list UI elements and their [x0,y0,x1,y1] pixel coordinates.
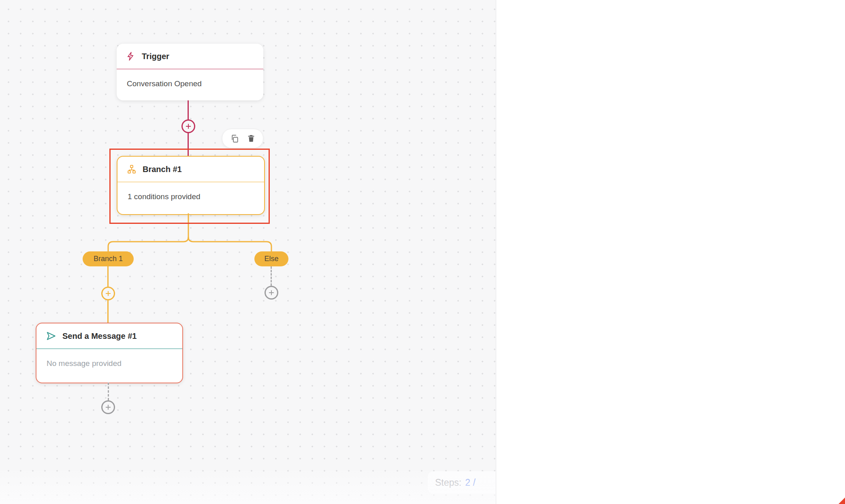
trigger-node[interactable]: Trigger Conversation Opened [117,44,263,100]
else-label-pill: Else [254,251,288,266]
send-message-node-title: Send a Message #1 [62,332,137,341]
corner-cursor-mark [839,498,845,504]
plus-icon [105,404,112,411]
copy-node-icon[interactable] [230,134,239,143]
add-step-branch1-button[interactable] [101,287,115,300]
connector-branch1-to-message [107,300,109,323]
workflow-canvas[interactable]: Trigger Conversation Opened Branch #1 [0,0,496,504]
steps-value: 2 / [465,477,476,488]
branch-node-header: Branch #1 [117,157,264,182]
node-toolbar [222,129,263,148]
step-config-panel: Branch #1 Learn the best practices of th… [496,0,845,504]
delete-node-icon[interactable] [247,134,256,143]
steps-counter: Steps: 2 / [428,471,496,494]
plus-icon [185,123,192,130]
workflow-builder-screen: Trigger Conversation Opened Branch #1 [0,0,845,504]
send-message-node-body: No message provided [36,349,182,378]
plus-icon [268,289,275,296]
connector-else-leg [271,266,272,286]
trigger-node-body: Conversation Opened [117,69,263,98]
branch1-label-pill: Branch 1 [83,251,134,266]
send-message-node[interactable]: Send a Message #1 No message provided [36,323,183,383]
branch-node-title: Branch #1 [143,165,182,174]
branch-hierarchy-icon [127,164,137,174]
add-step-trigger-button[interactable] [181,119,195,133]
add-step-else-button[interactable] [265,286,278,300]
lightning-icon [126,51,136,61]
send-icon [46,331,56,341]
trigger-node-header: Trigger [117,44,263,69]
add-step-after-message-button[interactable] [101,400,115,414]
connector-message-leg [108,383,109,400]
branch-node-body: 1 conditions provided [117,182,264,211]
send-message-node-header: Send a Message #1 [36,323,182,349]
connector-branch1-leg [107,266,109,287]
steps-label: Steps: [435,477,461,488]
connector-branch-split [101,213,280,253]
plus-icon [105,290,112,297]
trigger-node-title: Trigger [142,52,169,61]
branch-node[interactable]: Branch #1 1 conditions provided [117,156,265,215]
